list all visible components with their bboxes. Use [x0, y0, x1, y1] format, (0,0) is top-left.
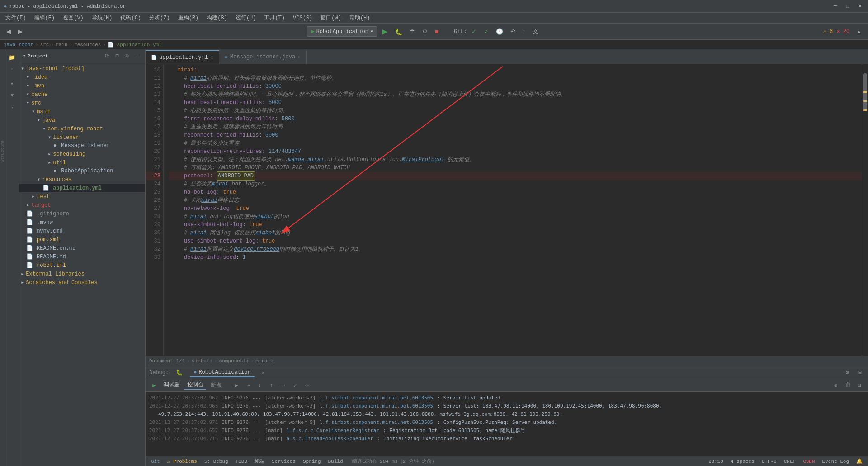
commit-icon[interactable]: ↑: [6, 64, 18, 76]
debug-settings-button[interactable]: ⚙: [843, 368, 852, 377]
git-undo-button[interactable]: ↶: [508, 27, 518, 36]
debug-run-to-cursor-button[interactable]: →: [278, 380, 288, 390]
tree-item-messagelistener[interactable]: ● MessageListener: [19, 142, 145, 150]
gear-icon[interactable]: ⚙: [123, 52, 132, 61]
console-tab[interactable]: 控制台: [184, 381, 206, 390]
notifications-icon[interactable]: 🔔: [854, 458, 864, 464]
minimize-button[interactable]: —: [831, 2, 840, 10]
breakpoints-tab[interactable]: 断点: [208, 381, 224, 389]
menu-refactor[interactable]: 重构(R): [175, 13, 203, 23]
tree-item-cache[interactable]: ▾ cache: [19, 90, 145, 99]
minimize-panel-button[interactable]: —: [132, 52, 142, 61]
tree-item-readme[interactable]: 📄 README.md: [19, 252, 145, 261]
debugger-tab[interactable]: 调试器: [161, 381, 183, 390]
debug-step-into-button[interactable]: ↓: [255, 380, 265, 390]
coverage-button[interactable]: ☂: [407, 27, 418, 36]
encoding-item[interactable]: UTF-8: [760, 459, 778, 464]
debug-button[interactable]: 🐛: [392, 27, 405, 37]
git-status-item[interactable]: Git: [149, 459, 162, 464]
debug-status-item[interactable]: 5: Debug: [203, 459, 230, 464]
menu-view[interactable]: 视图(V): [59, 13, 87, 23]
git-check-button[interactable]: ✓: [469, 27, 479, 36]
git-up-button[interactable]: ↑: [520, 27, 528, 36]
tree-item-robot-iml[interactable]: 📄 robot.iml: [19, 261, 145, 270]
back-button[interactable]: ◀: [4, 27, 14, 36]
menu-code[interactable]: 代码(C): [117, 13, 145, 23]
titlebar-controls[interactable]: — ❐ ✕: [831, 2, 864, 10]
build-status-item[interactable]: Build: [326, 459, 345, 464]
bookmarks-icon[interactable]: ★: [6, 77, 18, 89]
git-check2-button[interactable]: ✓: [481, 27, 491, 36]
menu-run[interactable]: 运行(U): [232, 13, 260, 23]
tab-application-yml[interactable]: 📄 application.yml ✕: [146, 50, 219, 64]
event-log-item[interactable]: Event Log: [821, 459, 851, 464]
close-debug-tab[interactable]: ✕: [258, 369, 268, 376]
breadcrumb-java-robot[interactable]: java-robot: [4, 42, 33, 48]
restart-debug-button[interactable]: ▶: [149, 380, 159, 390]
run-config-dropdown[interactable]: ▶ RobotApplication ▾: [307, 26, 377, 37]
tree-item-resources[interactable]: ▾ resources: [19, 175, 145, 184]
tab-close-java[interactable]: ✕: [298, 54, 301, 60]
line-col-item[interactable]: 23:13: [707, 459, 725, 464]
right-scrollbar[interactable]: [862, 64, 868, 356]
debug-config-label[interactable]: ● RobotApplication: [190, 368, 254, 377]
debug-expand-button[interactable]: ⊟: [855, 368, 864, 377]
tree-item-src[interactable]: ▾ src: [19, 99, 145, 107]
breadcrumb-file[interactable]: 📄 application.yml: [108, 42, 162, 48]
line-sep-item[interactable]: CRLF: [782, 459, 797, 464]
todo-icon[interactable]: ✓: [6, 102, 18, 114]
sync-button[interactable]: ⟳: [103, 52, 112, 61]
tab-messagelistener[interactable]: ● MessageListener.java ✕: [219, 50, 307, 64]
tree-item-main[interactable]: ▾ main: [19, 107, 145, 116]
breadcrumb-src[interactable]: src: [40, 42, 49, 48]
tree-item-robotapp[interactable]: ● RobotApplication: [19, 167, 145, 175]
settings-button[interactable]: ⚙: [420, 27, 430, 36]
code-content[interactable]: mirai: # mirai心跳周期。过长会导致被服务器断开连接。单位毫秒。 h…: [164, 64, 868, 356]
debug-content[interactable]: 2021-12-27 20:37:02.962 INFO 9276 --- [a…: [146, 392, 868, 456]
spring-status-item[interactable]: Spring: [301, 459, 323, 464]
tree-item-scratches[interactable]: ▸ Scratches and Consoles: [19, 278, 145, 287]
menu-analyze[interactable]: 分析(Z): [146, 13, 174, 23]
tree-item-package[interactable]: ▾ com.yinfeng.robot: [19, 124, 145, 133]
favorites-icon[interactable]: ♥: [6, 90, 18, 101]
debug-panel-expand[interactable]: ⊟: [854, 380, 864, 390]
menu-help[interactable]: 帮助(H): [346, 13, 374, 23]
git-clock-button[interactable]: 🕐: [493, 27, 506, 36]
tree-item-application-yml[interactable]: 📄 application.yml: [19, 184, 145, 192]
debug-step-over-button[interactable]: ↷: [243, 380, 253, 390]
tab-close-yml[interactable]: ✕: [211, 55, 213, 60]
tree-item-readme-en[interactable]: 📄 README.en.md: [19, 244, 145, 252]
tree-item-java[interactable]: ▾ java: [19, 116, 145, 124]
tree-item-scheduling[interactable]: ▸ scheduling: [19, 150, 145, 158]
stop-button[interactable]: ■: [432, 27, 441, 36]
csdn-item[interactable]: CSDN: [801, 459, 816, 464]
tree-item-pom[interactable]: 📄 pom.xml: [19, 235, 145, 244]
problems-status-item[interactable]: ⚠ Problems: [165, 458, 199, 464]
services-status-item[interactable]: Services: [270, 459, 297, 464]
tree-item-util[interactable]: ▸ util: [19, 158, 145, 167]
errors-badge[interactable]: ✕ 20: [836, 28, 849, 35]
breadcrumb-resources[interactable]: resources: [74, 42, 101, 48]
end-status-item[interactable]: 终端: [253, 458, 266, 465]
tree-item-test[interactable]: ▸ test: [19, 192, 145, 201]
tree-item-mvnw[interactable]: 📄 .mvnw: [19, 218, 145, 227]
menu-nav[interactable]: 导航(N): [88, 13, 116, 23]
forward-button[interactable]: ▶: [15, 27, 25, 36]
tree-item-external-libraries[interactable]: ▸ External Libraries: [19, 270, 145, 278]
debug-clear[interactable]: 🗑: [843, 380, 853, 390]
tree-item-mvnwcmd[interactable]: 📄 mvnw.cmd: [19, 227, 145, 235]
tree-item-root[interactable]: ▾ java-robot [robot]: [19, 64, 145, 73]
tree-item-listener[interactable]: ▾ listener: [19, 133, 145, 142]
debug-scroll-to-end[interactable]: ⊕: [831, 380, 841, 390]
menu-build[interactable]: 构建(B): [203, 13, 231, 23]
menu-tools[interactable]: 工具(T): [260, 13, 288, 23]
run-button[interactable]: ▶: [379, 26, 390, 37]
tree-item-target[interactable]: ▸ target: [19, 201, 145, 209]
menu-window[interactable]: 窗口(W): [317, 13, 345, 23]
tree-item-mvn[interactable]: ▾ .mvn: [19, 81, 145, 90]
project-icon[interactable]: 📁: [6, 52, 18, 63]
menu-vcs[interactable]: VCS(S): [289, 14, 316, 22]
close-button[interactable]: ✕: [856, 2, 864, 10]
menu-file[interactable]: 文件(F): [2, 13, 30, 23]
debug-resume-button[interactable]: ▶: [231, 380, 241, 390]
